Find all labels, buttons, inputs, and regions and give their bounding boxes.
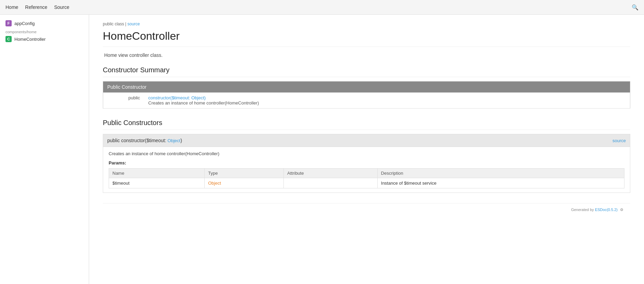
constructor-body-desc: Creates an instance of home controller(H… (109, 151, 624, 156)
table-row: public constructor($timeout: Object) Cre… (103, 92, 630, 109)
breadcrumb-text: public class | (103, 22, 126, 26)
col-header-name: Name (109, 169, 205, 178)
sidebar-item-appconfig[interactable]: F appConfig (0, 19, 89, 28)
breadcrumb: public class | source (103, 22, 630, 26)
footer-icon: ⚙ (620, 208, 623, 212)
search-icon[interactable]: 🔍 (632, 4, 639, 11)
constructor-body: Creates an instance of home controller(H… (103, 147, 630, 193)
sidebar-section-label: components/home (0, 28, 89, 35)
param-attribute (284, 178, 378, 188)
param-description: Instance of $timeout service (377, 178, 624, 188)
summary-constructor-link[interactable]: constructor($timeout: Object) (148, 95, 206, 100)
main-layout: F appConfig components/home C HomeContro… (0, 15, 644, 284)
sidebar-badge-f: F (5, 20, 12, 26)
param-type-link[interactable]: Object (208, 181, 221, 186)
constructor-type-link[interactable]: Object (168, 138, 181, 143)
sidebar: F appConfig components/home C HomeContro… (0, 15, 89, 284)
summary-table-header: Public Constructor (103, 82, 630, 93)
footer: Generated by ESDoc(0.5.2) ⚙ (103, 203, 630, 216)
nav-reference[interactable]: Reference (25, 0, 47, 15)
summary-access-cell: public (103, 92, 144, 109)
constructor-source-link[interactable]: source (612, 138, 626, 143)
constructor-header-signature: public constructor($timeout: Object) (107, 138, 182, 143)
public-constructors-heading: Public Constructors (103, 119, 630, 130)
constructor-summary-table: Public Constructor public constructor($t… (103, 81, 630, 109)
params-label: Params: (109, 160, 624, 165)
footer-text: Generated by (571, 208, 594, 212)
params-table-header-row: Name Type Attribute Description (109, 169, 624, 178)
constructor-summary-heading: Constructor Summary (103, 66, 630, 77)
top-navigation: Home Reference Source 🔍 (0, 0, 644, 15)
constructor-section: public constructor($timeout: Object) sou… (103, 134, 630, 193)
breadcrumb-source-link[interactable]: source (127, 22, 140, 26)
summary-signature: constructor($timeout: Object) (148, 95, 626, 100)
summary-signature-cell: constructor($timeout: Object) Creates an… (144, 92, 630, 109)
footer-esdoc-link[interactable]: ESDoc(0.5.2) (595, 208, 618, 212)
sidebar-item-homecontroller[interactable]: C HomeController (0, 35, 89, 44)
nav-home[interactable]: Home (5, 0, 18, 15)
main-content: public class | source HomeController Hom… (89, 15, 644, 284)
summary-desc: Creates an instance of home controller(H… (148, 100, 626, 106)
sidebar-label-homecontroller: HomeController (14, 37, 46, 42)
nav-source[interactable]: Source (54, 0, 69, 15)
col-header-description: Description (377, 169, 624, 178)
param-name: $timeout (109, 178, 205, 188)
col-header-attribute: Attribute (284, 169, 378, 178)
param-type: Object (205, 178, 284, 188)
class-description: Home view controller class. (103, 52, 630, 58)
sidebar-badge-c: C (5, 36, 12, 42)
col-header-type: Type (205, 169, 284, 178)
constructor-header: public constructor($timeout: Object) sou… (103, 134, 630, 147)
table-row: $timeout Object Instance of $timeout ser… (109, 178, 624, 188)
params-table: Name Type Attribute Description $timeout… (109, 168, 624, 188)
page-title: HomeController (103, 30, 630, 47)
sidebar-label-appconfig: appConfig (14, 21, 35, 26)
